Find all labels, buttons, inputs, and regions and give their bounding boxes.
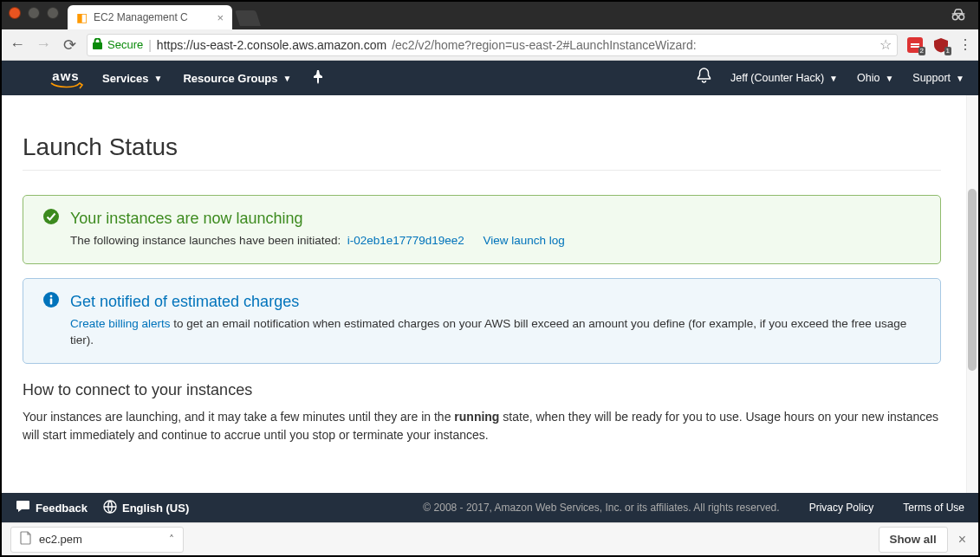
window-minimize-button[interactable]	[28, 7, 40, 19]
billing-body-text: to get an email notification when estima…	[70, 317, 906, 347]
tab-close-icon[interactable]: ×	[217, 11, 224, 24]
svg-point-0	[952, 15, 957, 20]
feedback-label: Feedback	[36, 502, 88, 515]
language-label: English (US)	[122, 502, 189, 515]
divider	[23, 170, 941, 171]
page-title: Launch Status	[23, 133, 941, 161]
browser-tab[interactable]: ◧ EC2 Management C ×	[68, 5, 232, 29]
caret-down-icon: ▼	[956, 74, 964, 83]
extension-2-badge: 1	[944, 47, 951, 55]
svg-point-7	[50, 295, 53, 297]
browser-menu-button[interactable]: ⋮	[958, 36, 971, 53]
success-body: The following instance launches have bee…	[70, 233, 923, 249]
extension-2-icon[interactable]: 1	[932, 36, 950, 54]
url-host: https://us-east-2.console.aws.amazon.com	[157, 38, 386, 52]
pin-icon[interactable]	[312, 70, 324, 87]
aws-logo[interactable]: aws	[16, 69, 81, 87]
scrollbar-thumb[interactable]	[968, 189, 977, 371]
caret-down-icon: ▼	[283, 74, 292, 83]
aws-logo-text: aws	[52, 69, 79, 82]
speech-bubble-icon	[16, 500, 30, 515]
caret-down-icon: ▼	[154, 74, 163, 83]
billing-heading: Get notified of estimated charges	[70, 293, 923, 311]
tab-strip: ◧ EC2 Management C ×	[2, 2, 978, 29]
download-chip[interactable]: ec2.pem ˄	[10, 527, 184, 553]
nav-resource-groups-label: Resource Groups	[183, 72, 277, 85]
connect-heading: How to connect to your instances	[23, 381, 941, 399]
nav-support-label: Support	[912, 72, 951, 84]
language-selector[interactable]: English (US)	[103, 500, 189, 516]
nav-region-label: Ohio	[857, 72, 879, 84]
nav-resource-groups[interactable]: Resource Groups ▼	[183, 72, 291, 85]
caret-down-icon: ▼	[885, 74, 893, 83]
file-icon	[20, 531, 32, 547]
page-body: Launch Status Your instances are now lau…	[2, 95, 978, 493]
aws-favicon-icon: ◧	[75, 10, 88, 24]
tab-title: EC2 Management C	[94, 11, 188, 23]
secure-label: Secure	[107, 38, 143, 51]
extension-1-icon[interactable]: 2	[906, 36, 924, 54]
nav-support[interactable]: Support ▼	[912, 72, 964, 84]
svg-point-1	[959, 15, 964, 20]
connect-text-a: Your instances are launching, and it may…	[23, 410, 454, 424]
bookmark-star-icon[interactable]: ☆	[879, 36, 892, 53]
notifications-bell-icon[interactable]	[697, 68, 711, 88]
terms-of-use-link[interactable]: Terms of Use	[903, 502, 964, 514]
connect-text-bold: running	[454, 410, 499, 424]
address-bar: ← → ⟳ Secure | https://us-east-2.console…	[2, 29, 978, 61]
url-input[interactable]: Secure | https://us-east-2.console.aws.a…	[87, 34, 898, 56]
view-launch-log-link[interactable]: View launch log	[483, 234, 564, 247]
nav-services-label: Services	[102, 72, 149, 85]
nav-services[interactable]: Services ▼	[102, 72, 162, 85]
connect-paragraph: Your instances are launching, and it may…	[23, 408, 941, 444]
aws-smile-icon	[50, 82, 81, 87]
success-check-icon	[42, 208, 60, 225]
reload-button[interactable]: ⟳	[61, 36, 78, 55]
forward-button: →	[35, 36, 52, 54]
info-icon	[42, 291, 60, 308]
svg-point-5	[43, 209, 59, 224]
success-heading: Your instances are now launching	[70, 210, 923, 228]
aws-navbar: aws Services ▼ Resource Groups ▼ Jeff (C…	[2, 61, 978, 95]
back-button[interactable]: ←	[9, 36, 26, 54]
separator: |	[148, 38, 152, 52]
feedback-link[interactable]: Feedback	[16, 500, 88, 515]
extension-1-badge: 2	[918, 47, 925, 55]
nav-account-label: Jeff (Counter Hack)	[730, 72, 824, 84]
create-billing-alerts-link[interactable]: Create billing alerts	[70, 317, 171, 330]
new-tab-button[interactable]	[235, 10, 261, 26]
launch-success-box: Your instances are now launching The fol…	[23, 195, 941, 264]
svg-rect-8	[50, 298, 53, 304]
nav-region[interactable]: Ohio ▼	[857, 72, 893, 84]
downloads-bar: ec2.pem ˄ Show all ×	[2, 522, 978, 555]
chevron-up-icon[interactable]: ˄	[169, 534, 174, 546]
copyright-text: © 2008 - 2017, Amazon Web Services, Inc.…	[423, 502, 779, 514]
close-downloads-bar-button[interactable]: ×	[955, 532, 970, 547]
caret-down-icon: ▼	[829, 74, 838, 83]
svg-rect-3	[911, 43, 919, 45]
success-text: The following instance launches have bee…	[70, 234, 341, 247]
globe-icon	[103, 500, 117, 516]
lock-icon	[93, 38, 102, 52]
incognito-icon	[949, 5, 968, 29]
window-controls	[9, 7, 59, 19]
window-close-button[interactable]	[9, 7, 21, 19]
scrollbar[interactable]	[966, 95, 978, 493]
privacy-policy-link[interactable]: Privacy Policy	[809, 502, 874, 514]
download-filename: ec2.pem	[39, 533, 82, 546]
show-all-downloads-button[interactable]: Show all	[879, 527, 948, 553]
window-maximize-button[interactable]	[47, 7, 59, 19]
url-path: /ec2/v2/home?region=us-east-2#LaunchInst…	[392, 38, 696, 52]
nav-account[interactable]: Jeff (Counter Hack) ▼	[730, 72, 838, 84]
browser-window: ◧ EC2 Management C × ← → ⟳ Secure | http…	[2, 2, 978, 555]
billing-info-box: Get notified of estimated charges Create…	[23, 278, 941, 364]
aws-footer: Feedback English (US) © 2008 - 2017, Ama…	[2, 493, 978, 522]
billing-body: Create billing alerts to get an email no…	[70, 316, 923, 349]
instance-id-link[interactable]: i-02eb1e17779d19ee2	[347, 234, 464, 247]
